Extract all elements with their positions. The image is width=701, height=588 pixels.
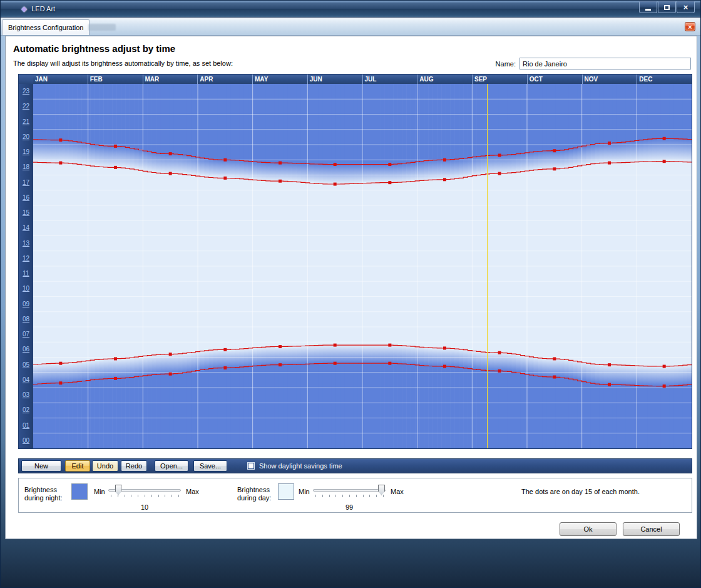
- chart-toolbar: New Edit Undo Redo Open... Save... Show …: [18, 458, 692, 473]
- hour-axis: 2322212019181716151413121110090807060504…: [19, 84, 33, 448]
- hour-label-04[interactable]: 04: [19, 373, 33, 388]
- hour-label-21[interactable]: 21: [19, 115, 33, 130]
- name-input[interactable]: [519, 58, 691, 70]
- night-color-swatch: [71, 483, 88, 500]
- month-header-oct: OCT: [527, 75, 582, 84]
- day-slider-thumb[interactable]: [378, 485, 385, 495]
- night-brightness-value: 10: [108, 503, 181, 511]
- day-brightness-slider[interactable]: [313, 484, 386, 498]
- month-header-dec: DEC: [637, 75, 692, 84]
- month-header-row: JANFEBMARAPRMAYJUNJULAUGSEPOCTNOVDEC: [33, 75, 692, 84]
- slider-ticks: [315, 495, 384, 497]
- night-slider-thumb[interactable]: [115, 485, 122, 495]
- maximize-button[interactable]: [658, 1, 676, 13]
- night-brightness-slider[interactable]: [108, 484, 181, 498]
- day-color-swatch: [278, 483, 294, 500]
- month-header-nov: NOV: [582, 75, 637, 84]
- month-header-jan: JAN: [33, 75, 88, 84]
- hour-label-03[interactable]: 03: [19, 388, 33, 403]
- hour-label-14[interactable]: 14: [19, 220, 33, 235]
- dst-checkbox[interactable]: [247, 462, 255, 470]
- brightness-plot[interactable]: [33, 84, 692, 448]
- page-title: Automatic brightness adjust by time: [13, 43, 175, 54]
- slider-track[interactable]: [313, 489, 386, 492]
- month-header-apr: APR: [197, 75, 252, 84]
- redo-button[interactable]: Redo: [121, 460, 147, 472]
- hour-label-16[interactable]: 16: [19, 190, 33, 205]
- close-icon: ×: [683, 3, 688, 11]
- window-controls: ×: [639, 1, 695, 13]
- redacted-tab: [88, 24, 116, 31]
- hour-label-10[interactable]: 10: [19, 281, 33, 296]
- page-subtitle: The display will adjust its brightness a…: [13, 59, 233, 67]
- hour-label-08[interactable]: 08: [19, 312, 33, 327]
- day-min-label: Min: [299, 488, 310, 495]
- name-label: Name:: [496, 60, 516, 68]
- brightness-chart: JANFEBMARAPRMAYJUNJULAUGSEPOCTNOVDEC 232…: [18, 74, 692, 449]
- hour-label-18[interactable]: 18: [19, 160, 33, 175]
- app-window: ◆ LED Art × Brightness Configuration × A…: [0, 0, 701, 588]
- hour-label-19[interactable]: 19: [19, 145, 33, 160]
- dst-checkbox-row[interactable]: Show daylight savings time: [247, 462, 342, 470]
- night-max-label: Max: [186, 488, 199, 495]
- hour-label-05[interactable]: 05: [19, 358, 33, 373]
- app-icon: ◆: [21, 4, 27, 13]
- tab-close-button[interactable]: ×: [685, 22, 695, 31]
- edit-button[interactable]: Edit: [65, 460, 90, 472]
- open-button[interactable]: Open...: [155, 460, 188, 472]
- hour-label-12[interactable]: 12: [19, 251, 33, 266]
- dots-note: The dots are on day 15 of each month.: [521, 488, 640, 495]
- ok-button[interactable]: Ok: [560, 522, 617, 536]
- month-header-mar: MAR: [143, 75, 198, 84]
- month-header-sep: SEP: [472, 75, 527, 84]
- brightness-settings-panel: Brightness during night: Min Max 10 Brig…: [18, 478, 692, 513]
- month-header-may: MAY: [252, 75, 307, 84]
- minimize-icon: [645, 9, 651, 11]
- hour-label-17[interactable]: 17: [19, 175, 33, 190]
- name-row: Name:: [496, 58, 691, 70]
- hour-label-09[interactable]: 09: [19, 297, 33, 312]
- cancel-button[interactable]: Cancel: [623, 522, 680, 536]
- brightness-configuration-dialog: Automatic brightness adjust by time The …: [5, 36, 697, 539]
- day-brightness-label: Brightness during day:: [237, 486, 282, 502]
- undo-button[interactable]: Undo: [92, 460, 118, 472]
- hour-label-00[interactable]: 00: [19, 433, 33, 448]
- month-header-aug: AUG: [417, 75, 472, 84]
- hour-label-15[interactable]: 15: [19, 205, 33, 220]
- tab-brightness-configuration[interactable]: Brightness Configuration: [2, 19, 90, 35]
- day-brightness-value: 99: [313, 503, 386, 511]
- hour-label-06[interactable]: 06: [19, 342, 33, 357]
- new-button[interactable]: New: [21, 460, 61, 472]
- night-brightness-label: Brightness during night:: [24, 486, 69, 502]
- hour-label-22[interactable]: 22: [19, 99, 33, 114]
- tab-close-icon: ×: [688, 23, 692, 31]
- hour-label-11[interactable]: 11: [19, 266, 33, 281]
- chart-corner-cell: [19, 75, 33, 84]
- night-min-label: Min: [94, 488, 105, 495]
- tab-label: Brightness Configuration: [8, 24, 83, 31]
- close-button[interactable]: ×: [677, 1, 695, 13]
- hour-label-20[interactable]: 20: [19, 130, 33, 145]
- slider-ticks: [111, 495, 180, 497]
- hour-label-01[interactable]: 01: [19, 418, 33, 433]
- hour-label-13[interactable]: 13: [19, 236, 33, 251]
- month-header-feb: FEB: [88, 75, 143, 84]
- hour-label-07[interactable]: 07: [19, 327, 33, 342]
- window-title: LED Art: [31, 5, 55, 13]
- minimize-button[interactable]: [639, 1, 657, 13]
- month-header-jul: JUL: [362, 75, 417, 84]
- maximize-icon: [664, 5, 670, 10]
- tab-strip: Brightness Configuration ×: [1, 18, 700, 36]
- title-bar[interactable]: ◆ LED Art ×: [1, 1, 700, 18]
- dst-checkbox-label: Show daylight savings time: [259, 462, 342, 470]
- hour-label-02[interactable]: 02: [19, 403, 33, 418]
- day-max-label: Max: [391, 488, 404, 495]
- month-header-jun: JUN: [307, 75, 362, 84]
- save-button[interactable]: Save...: [193, 460, 227, 472]
- hour-label-23[interactable]: 23: [19, 84, 33, 99]
